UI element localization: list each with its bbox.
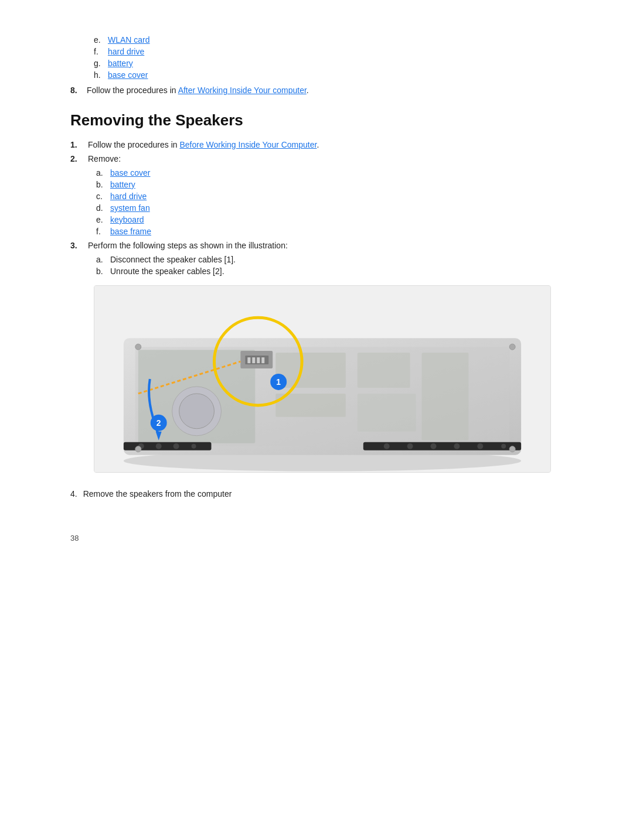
step-1-text: Follow the procedures in Before Working … xyxy=(88,140,319,149)
svg-point-14 xyxy=(156,443,162,449)
list-letter: a. xyxy=(96,168,106,177)
step-8-text: Follow the procedures in After Working I… xyxy=(87,86,309,95)
prev-list: e. WLAN card f. hard drive g. battery h.… xyxy=(70,35,563,80)
list-letter: e. xyxy=(96,215,106,224)
list-letter: d. xyxy=(96,203,106,213)
perform-item-a: a. Disconnect the speaker cables [1]. xyxy=(96,255,563,264)
before-working-link[interactable]: Before Working Inside Your Computer xyxy=(179,140,316,149)
list-letter: f. xyxy=(94,47,103,56)
list-letter: b. xyxy=(96,267,106,276)
svg-point-21 xyxy=(454,443,460,449)
step-2-text: Remove: xyxy=(88,154,121,163)
perform-list: a. Disconnect the speaker cables [1]. b.… xyxy=(70,255,563,276)
list-item: c. hard drive xyxy=(96,192,563,201)
list-item: h. base cover xyxy=(94,70,563,80)
svg-point-37 xyxy=(135,344,141,350)
laptop-svg: 1 2 xyxy=(94,285,550,473)
step-1-number: 1. xyxy=(70,140,82,149)
system-fan-link[interactable]: system fan xyxy=(110,203,150,213)
svg-rect-8 xyxy=(275,394,346,417)
list-letter: c. xyxy=(96,192,106,201)
svg-point-16 xyxy=(192,444,196,449)
perform-text-a: Disconnect the speaker cables [1]. xyxy=(110,255,236,264)
step-3-number: 3. xyxy=(70,241,82,250)
step-8-number: 8. xyxy=(70,86,82,95)
list-item: d. system fan xyxy=(96,203,563,213)
step-3: 3. Perform the following steps as shown … xyxy=(70,241,563,250)
wlan-card-link[interactable]: WLAN card xyxy=(108,35,150,45)
section-title: Removing the Speakers xyxy=(70,111,563,129)
step-2: 2. Remove: xyxy=(70,154,563,163)
svg-rect-10 xyxy=(422,353,469,441)
svg-point-18 xyxy=(384,443,390,449)
step-1: 1. Follow the procedures in Before Worki… xyxy=(70,140,563,149)
step-2-number: 2. xyxy=(70,154,82,163)
step-4-number: 4. xyxy=(70,489,77,498)
svg-point-22 xyxy=(477,443,483,449)
base-cover-link-prev[interactable]: base cover xyxy=(108,70,148,80)
list-item: a. base cover xyxy=(96,168,563,177)
svg-point-39 xyxy=(135,446,141,452)
list-item: f. hard drive xyxy=(94,47,563,56)
svg-text:1: 1 xyxy=(276,377,281,387)
battery-link[interactable]: battery xyxy=(108,59,133,68)
svg-rect-26 xyxy=(247,357,250,363)
list-letter: e. xyxy=(94,35,103,45)
step-4: 4. Remove the speakers from the computer xyxy=(70,489,563,498)
svg-rect-9 xyxy=(358,353,410,388)
svg-rect-29 xyxy=(261,357,264,363)
remove-list: a. base cover b. battery c. hard drive d… xyxy=(70,168,563,236)
list-letter: h. xyxy=(94,70,103,80)
list-letter: f. xyxy=(96,227,106,236)
after-working-link[interactable]: After Working Inside Your computer xyxy=(178,86,307,95)
svg-rect-27 xyxy=(252,357,255,363)
step-4-text: Remove the speakers from the computer xyxy=(83,489,232,498)
svg-text:2: 2 xyxy=(156,418,161,428)
base-cover-link[interactable]: base cover xyxy=(110,168,150,177)
list-item: f. base frame xyxy=(96,227,563,236)
keyboard-link[interactable]: keyboard xyxy=(110,215,144,224)
list-item: g. battery xyxy=(94,59,563,68)
svg-point-6 xyxy=(179,394,215,429)
perform-text-b: Unroute the speaker cables [2]. xyxy=(110,267,224,276)
hard-drive-link-2[interactable]: hard drive xyxy=(110,192,147,201)
svg-point-15 xyxy=(173,443,179,449)
base-frame-link[interactable]: base frame xyxy=(110,227,151,236)
svg-point-20 xyxy=(431,443,437,449)
perform-item-b: b. Unroute the speaker cables [2]. xyxy=(96,267,563,276)
list-letter: a. xyxy=(96,255,106,264)
step-3-text: Perform the following steps as shown in … xyxy=(88,241,288,250)
list-item: e. keyboard xyxy=(96,215,563,224)
hard-drive-link[interactable]: hard drive xyxy=(108,47,144,56)
svg-point-23 xyxy=(501,444,506,449)
list-letter: b. xyxy=(96,180,106,189)
svg-point-38 xyxy=(509,344,515,350)
page-number: 38 xyxy=(70,534,563,542)
step-8-line: 8. Follow the procedures in After Workin… xyxy=(70,86,563,95)
svg-point-19 xyxy=(407,443,413,449)
battery-link-2[interactable]: battery xyxy=(110,180,135,189)
illustration: 1 2 xyxy=(94,285,551,473)
svg-rect-11 xyxy=(358,394,416,432)
list-item: b. battery xyxy=(96,180,563,189)
list-letter: g. xyxy=(94,59,103,68)
svg-point-40 xyxy=(509,446,515,452)
list-item: e. WLAN card xyxy=(94,35,563,45)
prev-section: e. WLAN card f. hard drive g. battery h.… xyxy=(70,35,563,95)
svg-rect-28 xyxy=(257,357,260,363)
